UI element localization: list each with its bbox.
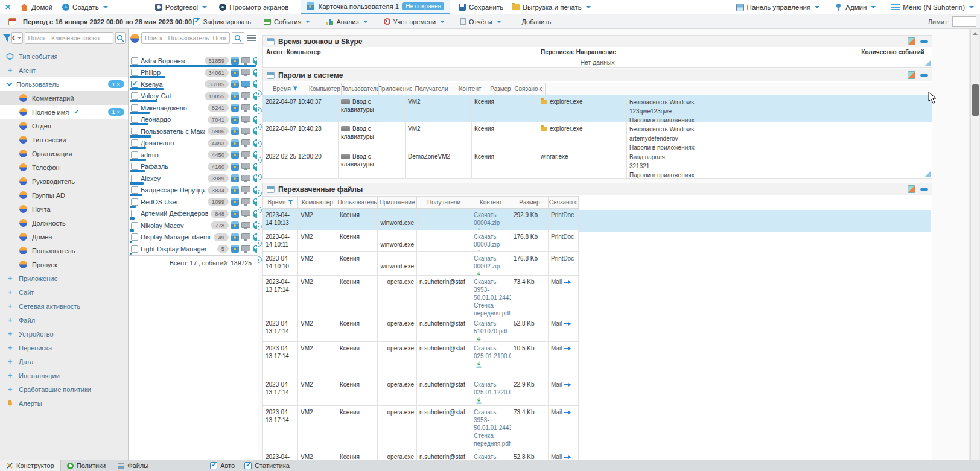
download-icon[interactable] <box>476 397 482 404</box>
checkbox-icon[interactable] <box>131 198 138 206</box>
download-link-line[interactable]: Стенка <box>474 302 508 309</box>
sidebar-item-2[interactable]: Пользователь1 × <box>0 77 128 91</box>
scroll-up-button[interactable] <box>971 29 979 38</box>
user-card-icon[interactable] <box>231 92 239 100</box>
monitor-icon[interactable] <box>241 57 250 63</box>
checkbox-icon[interactable] <box>131 175 138 182</box>
files-button[interactable]: Файлы <box>112 460 154 471</box>
checkbox-icon[interactable] <box>131 116 138 123</box>
collapse-icon[interactable] <box>920 188 928 191</box>
user-settings-icon[interactable] <box>253 57 257 65</box>
user-row[interactable]: RedOS User1099 <box>129 196 258 208</box>
user-card-icon[interactable] <box>231 127 239 135</box>
download-link-line[interactable]: 00002.zip <box>474 262 508 275</box>
checkbox-icon[interactable] <box>131 92 138 100</box>
column-header[interactable]: Приложение <box>379 83 412 95</box>
search-mode-dropdown[interactable]: ¢ <box>11 32 23 44</box>
user-card-icon[interactable] <box>231 80 239 88</box>
monitor-icon[interactable] <box>241 81 250 87</box>
user-row[interactable]: Донателло4493 <box>129 138 258 150</box>
monitor-icon[interactable] <box>241 139 250 145</box>
user-row[interactable]: Light Display Manager5 <box>129 243 258 255</box>
user-row[interactable]: admin4450 <box>129 149 258 161</box>
save-button[interactable]: Сохранить <box>459 4 503 11</box>
sidebar-item-13[interactable]: Домен <box>0 230 128 244</box>
sidebar-item-8[interactable]: Телефон <box>0 160 128 174</box>
column-header[interactable]: Связано с <box>512 83 546 95</box>
user-search-input[interactable] <box>141 32 230 44</box>
sidebar-item-20[interactable]: +Устройство <box>0 327 128 341</box>
download-icon-line[interactable] <box>474 360 508 368</box>
user-settings-icon[interactable] <box>253 186 257 194</box>
password-row[interactable]: 2022-02-25 12:00:20Ввод с клавиатурыDemo… <box>263 150 932 179</box>
user-row[interactable]: Балдессаре Перуцци3834 <box>129 185 258 197</box>
user-settings-icon[interactable] <box>253 116 257 124</box>
close-icon[interactable]: ✕ <box>5 3 11 11</box>
download-link-line[interactable]: Скачать <box>474 453 508 460</box>
sidebar-item-24[interactable]: +Сработавшие политики <box>0 382 128 396</box>
checkbox-icon[interactable] <box>131 222 138 229</box>
user-card-icon[interactable] <box>231 233 239 241</box>
file-row[interactable]: 2023-04-13 17:14VM2Ксенияopera.exen.suho… <box>263 342 578 378</box>
sidebar-item-12[interactable]: Должность <box>0 216 128 230</box>
download-link-line[interactable]: Скачать <box>474 344 508 352</box>
download-link-line[interactable]: передняя.pdf <box>474 440 508 447</box>
sidebar-item-9[interactable]: Руководитель <box>0 174 128 188</box>
fix-checkbox[interactable]: Зафиксировать <box>193 18 251 25</box>
column-header[interactable]: Контент <box>471 197 511 208</box>
monitor-icon[interactable] <box>241 175 250 181</box>
postgresql-menu[interactable]: Postgresql <box>155 4 207 11</box>
files-panel-header[interactable]: Перехваченные файлы <box>263 183 932 195</box>
user-card-icon[interactable] <box>231 245 239 253</box>
column-header[interactable]: Пользователь <box>342 83 379 95</box>
download-link-line[interactable]: 50.01.01.2443 <box>474 294 508 302</box>
user-row[interactable]: Astra Воронеж51859 <box>129 55 258 67</box>
search-button[interactable] <box>115 32 126 44</box>
user-row[interactable]: Nikolay Macov778 <box>129 220 258 232</box>
home-button[interactable]: Домой <box>21 4 52 11</box>
download-icon[interactable] <box>476 337 482 341</box>
checkbox-icon[interactable] <box>131 151 138 159</box>
filter-funnel-icon[interactable] <box>2 34 10 42</box>
file-row[interactable]: 2023-04-14 10:13VM2Ксенияwinword.exeСкач… <box>263 209 578 230</box>
monitor-icon[interactable] <box>241 116 250 122</box>
admin-menu[interactable]: Админ <box>835 4 876 11</box>
user-row[interactable]: Рафаэль4160 <box>129 161 258 173</box>
user-search-button[interactable] <box>232 32 244 44</box>
user-card-icon[interactable] <box>231 198 239 206</box>
user-settings-icon[interactable] <box>253 210 257 218</box>
password-row[interactable]: 2022-04-07 10:40:37Ввод с клавиатурыVM2К… <box>263 95 932 122</box>
sidebar-item-21[interactable]: +Переписка <box>0 341 128 355</box>
passwords-panel-header[interactable]: Пароли в системе <box>263 69 932 81</box>
column-header[interactable]: Время <box>263 83 308 95</box>
checkbox-icon[interactable] <box>131 186 138 194</box>
monitor-icon[interactable] <box>241 233 250 239</box>
monitor-icon[interactable] <box>241 245 250 251</box>
chart-toggle-icon[interactable] <box>908 185 915 193</box>
sidebar-item-14[interactable]: Пользователь <box>0 244 128 258</box>
user-settings-icon[interactable] <box>253 174 257 182</box>
file-row[interactable]: 2023-04-13 17:14VM2Ксенияopera.exen.suho… <box>263 450 578 460</box>
download-icon-line[interactable] <box>474 335 508 341</box>
chart-toggle-icon[interactable] <box>908 37 915 45</box>
download-icon[interactable] <box>476 271 482 275</box>
stats-checkbox[interactable]: Статистика <box>244 462 290 469</box>
vertical-scrollbar[interactable] <box>970 29 979 460</box>
file-row[interactable]: 2023-04-13 17:14VM2Ксенияopera.exen.suho… <box>263 317 578 342</box>
user-row[interactable]: Philipp34061 <box>129 67 258 79</box>
control-panel-menu[interactable]: Панель управления <box>736 4 820 11</box>
user-settings-icon[interactable] <box>253 139 257 147</box>
monitor-icon[interactable] <box>241 198 250 204</box>
user-settings-icon[interactable] <box>253 80 257 88</box>
sidebar-item-18[interactable]: +Сетевая активность <box>0 299 128 313</box>
monitor-icon[interactable] <box>241 186 250 192</box>
user-settings-icon[interactable] <box>253 198 257 206</box>
events-menu[interactable]: События <box>264 18 310 25</box>
sidebar-item-22[interactable]: +Дата <box>0 355 128 368</box>
user-settings-icon[interactable] <box>253 127 257 135</box>
download-link-line[interactable]: Скачать <box>474 211 508 219</box>
checkbox-checked-icon[interactable] <box>131 81 138 88</box>
user-card-icon[interactable] <box>231 57 239 65</box>
scrollbar-thumb[interactable] <box>972 84 979 116</box>
keyword-search-input[interactable] <box>25 32 113 44</box>
